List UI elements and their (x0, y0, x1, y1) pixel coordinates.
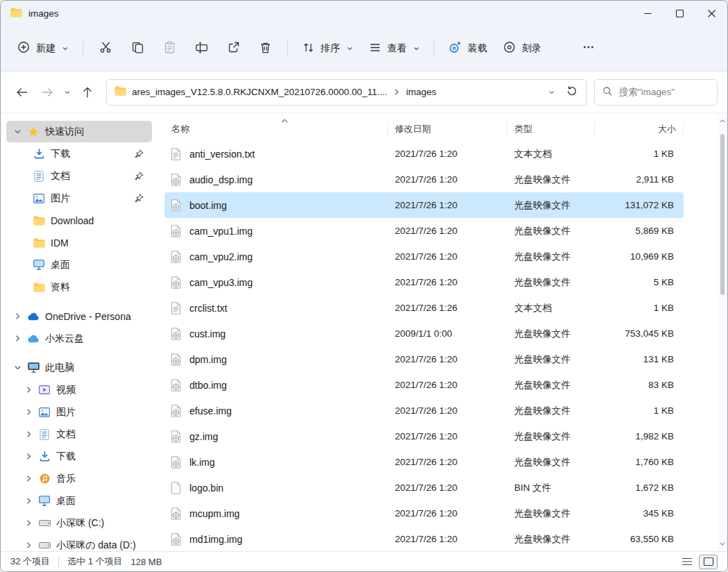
file-row[interactable]: cam_vpu2.img2021/7/26 1:20光盘映像文件10,969 K… (164, 244, 684, 269)
sidebar-item[interactable]: IDM (6, 232, 152, 253)
sidebar-item[interactable]: 小琛咪の data (D:) (6, 535, 152, 551)
search-input[interactable] (619, 87, 709, 97)
breadcrumb-segment-current[interactable]: images (406, 87, 437, 97)
sidebar-item-onedrive[interactable]: OneDrive - Persona (6, 305, 152, 327)
column-header-type[interactable]: 类型 (507, 123, 595, 135)
details-view-button[interactable] (677, 555, 696, 569)
mount-button[interactable]: 装载 (441, 34, 495, 62)
file-row[interactable]: cam_vpu1.img2021/7/26 1:20光盘映像文件5,869 KB (164, 218, 684, 244)
sidebar-item[interactable]: Download (6, 210, 152, 231)
copy-button[interactable] (121, 35, 153, 62)
sidebar-item[interactable]: 资料 (6, 276, 152, 298)
disc-image-file-icon (170, 533, 182, 546)
chevron-right-icon[interactable] (13, 312, 22, 320)
sidebar-item[interactable]: 图片 (6, 187, 152, 209)
file-row[interactable]: dtbo.img2021/7/26 1:20光盘映像文件83 KB (164, 372, 684, 398)
view-button-label: 查看 (387, 42, 407, 55)
sidebar-item-label: 图片 (51, 192, 70, 205)
chevron-right-icon[interactable] (24, 541, 33, 549)
large-icons-view-button[interactable] (699, 555, 718, 569)
address-dropdown-chevron[interactable] (548, 87, 555, 98)
sidebar-item-this-pc[interactable]: 此电脑 (6, 357, 152, 378)
chevron-right-icon[interactable] (24, 475, 33, 482)
column-header-size[interactable]: 大小 (595, 123, 684, 135)
file-row[interactable]: mcupm.img2021/7/26 1:20光盘映像文件345 KB (164, 500, 684, 526)
burn-button[interactable]: 刻录 (495, 34, 549, 62)
chevron-right-icon[interactable] (24, 519, 33, 527)
scroll-up-arrow-icon[interactable] (718, 116, 727, 126)
toolbar: 新建 排序 查看 装载 刻录 (1, 26, 727, 72)
sidebar-item-label: 桌面 (51, 259, 70, 271)
sidebar-item-quick-access[interactable]: 快速访问 (6, 121, 152, 142)
sidebar-item[interactable]: 桌面 (6, 490, 152, 512)
sidebar-item[interactable]: 桌面 (6, 254, 152, 276)
delete-button[interactable] (249, 35, 281, 62)
file-type: 文本文档 (507, 302, 595, 314)
minimize-button[interactable] (632, 1, 663, 26)
breadcrumb-segment-parent[interactable]: ares_images_V12.5.8.0.RKJCNXM_20210726.0… (132, 87, 387, 97)
maximize-button[interactable] (663, 1, 695, 26)
view-button[interactable]: 查看 (361, 35, 428, 62)
rename-button[interactable] (185, 35, 217, 62)
column-header-date-modified[interactable]: 修改日期 (388, 123, 507, 135)
breadcrumb[interactable]: ares_images_V12.5.8.0.RKJCNXM_20210726.0… (106, 79, 587, 106)
sidebar-item[interactable]: 下载 (6, 446, 152, 467)
up-button[interactable] (76, 81, 99, 104)
search-box[interactable] (594, 79, 718, 106)
file-row[interactable]: cam_vpu3.img2021/7/26 1:20光盘映像文件5 KB (164, 269, 684, 295)
chevron-right-icon[interactable] (24, 386, 33, 394)
sort-button[interactable]: 排序 (294, 35, 361, 62)
file-row[interactable]: crclist.txt2021/7/26 1:26文本文档1 KB (164, 295, 684, 321)
sidebar-item[interactable]: 文档 (6, 423, 152, 445)
vertical-scrollbar[interactable] (718, 113, 727, 551)
file-row[interactable]: dpm.img2021/7/26 1:20光盘映像文件131 KB (164, 346, 684, 372)
sidebar-item[interactable]: 图片 (6, 401, 152, 423)
refresh-icon[interactable] (566, 85, 577, 99)
share-button[interactable] (217, 35, 249, 62)
scroll-down-arrow-icon[interactable] (718, 539, 727, 548)
chevron-down-icon[interactable] (13, 364, 22, 371)
chevron-right-icon[interactable] (24, 430, 33, 438)
chevron-right-icon[interactable] (13, 335, 22, 342)
file-row[interactable]: logo.bin2021/7/26 1:20BIN 文件1,672 KB (164, 475, 684, 500)
scrollbar-thumb[interactable] (720, 134, 725, 295)
sidebar-item-label: Download (51, 215, 94, 226)
file-row[interactable]: md1img.img2021/7/26 1:20光盘映像文件63,550 KB (164, 526, 684, 551)
file-row[interactable]: gz.img2021/7/26 1:20光盘映像文件1,982 KB (164, 423, 684, 449)
copy-icon (131, 41, 144, 56)
file-type: 光盘映像文件 (507, 328, 595, 340)
sidebar-item-xiaomi-cloud[interactable]: 小米云盘 (6, 328, 152, 349)
sidebar-item[interactable]: 音乐 (6, 468, 152, 489)
chevron-down-icon (413, 45, 420, 52)
cut-button[interactable] (90, 35, 121, 62)
close-button[interactable] (695, 1, 727, 26)
paste-button[interactable] (153, 35, 185, 62)
chevron-right-icon[interactable] (24, 453, 33, 460)
file-list: 名称 修改日期 类型 大小 anti_version.txt2021/7/26 … (158, 113, 718, 551)
chevron-right-icon[interactable] (24, 497, 33, 505)
more-options-button[interactable] (573, 35, 604, 62)
file-row[interactable]: anti_version.txt2021/7/26 1:20文本文档1 KB (164, 141, 684, 167)
file-row[interactable]: audio_dsp.img2021/7/26 1:20光盘映像文件2,911 K… (164, 167, 684, 192)
sidebar-item[interactable]: 小琛咪 (C:) (6, 512, 152, 534)
file-row[interactable]: efuse.img2021/7/26 1:20光盘映像文件1 KB (164, 398, 684, 423)
file-type: 光盘映像文件 (507, 251, 595, 263)
file-name-cell: mcupm.img (164, 507, 388, 520)
pin-icon (135, 149, 144, 158)
chevron-right-icon[interactable] (24, 408, 33, 416)
sidebar-item[interactable]: 文档 (6, 165, 152, 187)
sidebar-item[interactable]: 视频 (6, 379, 152, 401)
file-explorer-window: images 新建 排序 查看 (0, 0, 728, 572)
file-row[interactable]: boot.img2021/7/26 1:20光盘映像文件131,072 KB (164, 192, 684, 218)
file-row[interactable]: lk.img2021/7/26 1:20光盘映像文件1,760 KB (164, 449, 684, 475)
column-header-name[interactable]: 名称 (164, 123, 388, 135)
chevron-down-icon (346, 45, 353, 52)
file-type: 光盘映像文件 (507, 276, 595, 289)
new-button[interactable]: 新建 (9, 34, 76, 62)
back-button[interactable] (10, 81, 34, 104)
file-name-cell: crclist.txt (164, 302, 388, 314)
file-row[interactable]: cust.img2009/1/1 0:00光盘映像文件753,045 KB (164, 321, 684, 346)
forward-button[interactable] (35, 81, 59, 104)
recent-locations-chevron[interactable] (60, 81, 74, 104)
sidebar-item[interactable]: 下载 (6, 143, 152, 165)
